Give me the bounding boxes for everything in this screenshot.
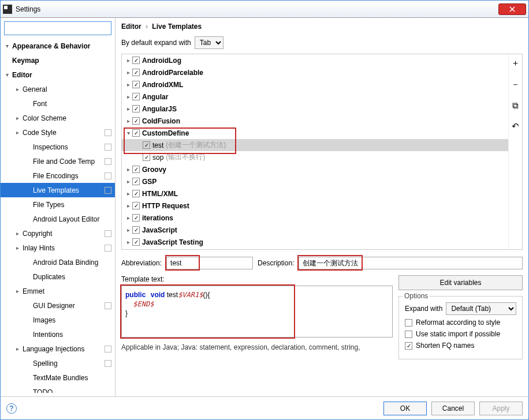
dialog-footer: ? OK Cancel Apply [1, 396, 528, 419]
reformat-label: Reformat according to style [416, 318, 500, 327]
sidebar-item-label: Duplicates [32, 273, 65, 281]
close-icon [509, 6, 515, 12]
expand-with-select[interactable]: Tab [195, 36, 223, 49]
abbreviation-label: Abbreviation: [121, 259, 162, 267]
shorten-fq-checkbox[interactable]: ✓ [405, 342, 412, 350]
template-item-sop[interactable]: ✓sop(输出不换行) [122, 151, 508, 163]
template-group-label: JavaScript [142, 226, 177, 234]
search-input[interactable] [4, 21, 111, 35]
breadcrumb-editor[interactable]: Editor [121, 22, 141, 31]
sidebar-item-duplicates[interactable]: Duplicates [1, 269, 115, 284]
cancel-button[interactable]: Cancel [431, 402, 475, 415]
abbreviation-input[interactable] [166, 257, 253, 269]
template-group-http-request[interactable]: ▸✓HTTP Request [122, 200, 508, 212]
scope-badge-icon [105, 245, 111, 252]
template-text-editor[interactable]: public void test$VAR1$(){ $END$ } [121, 286, 393, 337]
template-checkbox[interactable]: ✓ [132, 69, 140, 76]
reformat-checkbox[interactable] [405, 319, 412, 327]
sidebar-item-gui-designer[interactable]: GUI Designer [1, 298, 115, 313]
template-checkbox[interactable]: ✓ [132, 214, 140, 222]
template-item-test[interactable]: ✓test(创建一个测试方法) [122, 139, 508, 151]
template-checkbox[interactable]: ✓ [132, 166, 140, 173]
undo-icon[interactable]: ↶ [512, 121, 519, 132]
template-checkbox[interactable]: ✓ [132, 129, 140, 137]
template-group-label: Groovy [142, 166, 166, 174]
template-checkbox[interactable]: ✓ [132, 81, 140, 88]
sidebar-item-font[interactable]: Font [1, 96, 115, 111]
templates-tree[interactable]: ▸✓AndroidLog▸✓AndroidParcelable▸✓Android… [122, 54, 508, 249]
ok-button[interactable]: OK [383, 402, 427, 415]
expand-arrow-icon: ▸ [124, 106, 132, 112]
sidebar-item-file-encodings[interactable]: File Encodings [1, 168, 115, 183]
template-group-customdefine[interactable]: ▾✓CustomDefine [122, 127, 508, 139]
sidebar-item-label: Appearance & Behavior [11, 42, 90, 50]
add-icon[interactable]: ＋ [511, 58, 520, 69]
template-group-gsp[interactable]: ▸✓GSP [122, 175, 508, 187]
template-checkbox[interactable]: ✓ [132, 57, 140, 64]
template-checkbox[interactable]: ✓ [132, 93, 140, 100]
copy-icon[interactable]: ⧉ [512, 100, 519, 111]
window-title: Settings [16, 5, 498, 13]
sidebar-item-intentions[interactable]: Intentions [1, 327, 115, 342]
scope-badge-icon [105, 172, 111, 179]
template-group-coldfusion[interactable]: ▸✓ColdFusion [122, 115, 508, 127]
settings-tree[interactable]: ▾Appearance & BehaviorKeymap▾Editor▸Gene… [1, 39, 115, 393]
template-group-angularjs[interactable]: ▸✓AngularJS [122, 103, 508, 115]
scope-badge-icon [105, 129, 111, 136]
sidebar-item-code-style[interactable]: ▸Code Style [1, 125, 115, 140]
sidebar-item-label: General [21, 85, 47, 93]
sidebar-item-label: Language Injections [21, 345, 84, 353]
sidebar-item-color-scheme[interactable]: ▸Color Scheme [1, 111, 115, 125]
template-group-androidxml[interactable]: ▸✓AndroidXML [122, 78, 508, 91]
template-group-label: HTML/XML [142, 190, 178, 198]
template-group-iterations[interactable]: ▸✓iterations [122, 212, 508, 224]
template-checkbox[interactable]: ✓ [132, 238, 140, 246]
sidebar-item-android-layout-editor[interactable]: Android Layout Editor [1, 212, 115, 226]
expand-arrow-icon: ▸ [124, 239, 132, 245]
close-button[interactable] [498, 3, 526, 15]
sidebar-item-label: Code Style [21, 129, 57, 137]
sidebar-item-emmet[interactable]: ▸Emmet [1, 284, 115, 298]
template-checkbox[interactable]: ✓ [132, 190, 140, 197]
template-group-javascript[interactable]: ▸✓JavaScript [122, 224, 508, 236]
template-group-groovy[interactable]: ▸✓Groovy [122, 163, 508, 175]
sidebar-item-inspections[interactable]: Inspections [1, 140, 115, 154]
remove-icon[interactable]: － [511, 79, 520, 90]
sidebar-item-inlay-hints[interactable]: ▸Inlay Hints [1, 241, 115, 255]
sidebar-item-editor[interactable]: ▾Editor [1, 68, 115, 82]
expand-with-opt-select[interactable]: Default (Tab) [446, 302, 516, 315]
template-group-html-xml[interactable]: ▸✓HTML/XML [122, 187, 508, 200]
sidebar-item-general[interactable]: ▸General [1, 82, 115, 96]
sidebar-item-android-data-binding[interactable]: Android Data Binding [1, 255, 115, 269]
sidebar-item-textmate-bundles[interactable]: TextMate Bundles [1, 370, 115, 385]
edit-variables-button[interactable]: Edit variables [398, 275, 523, 290]
template-checkbox[interactable]: ✓ [132, 178, 140, 185]
sidebar-item-appearance-behavior[interactable]: ▾Appearance & Behavior [1, 39, 115, 53]
template-group-javascript-testing[interactable]: ▸✓JavaScript Testing [122, 236, 508, 248]
template-checkbox[interactable]: ✓ [132, 105, 140, 112]
template-checkbox[interactable]: ✓ [132, 202, 140, 209]
sidebar-item-label: TODO [32, 388, 53, 393]
sidebar-item-spelling[interactable]: Spelling [1, 356, 115, 370]
expand-arrow-icon: ▸ [124, 190, 132, 197]
sidebar-item-todo[interactable]: TODO [1, 385, 115, 393]
template-checkbox[interactable]: ✓ [143, 153, 150, 161]
sidebar-item-images[interactable]: Images [1, 313, 115, 327]
apply-button[interactable]: Apply [479, 402, 523, 415]
sidebar-item-live-templates[interactable]: Live Templates [1, 183, 115, 197]
template-checkbox[interactable]: ✓ [132, 226, 140, 234]
help-button[interactable]: ? [6, 403, 17, 414]
sidebar-item-file-types[interactable]: File Types [1, 197, 115, 212]
templates-toolbar: ＋ － ⧉ ↶ [508, 54, 522, 249]
template-checkbox[interactable]: ✓ [132, 117, 140, 125]
description-input[interactable] [299, 257, 523, 269]
static-import-checkbox[interactable] [405, 331, 412, 338]
sidebar-item-language-injections[interactable]: ▸Language Injections [1, 342, 115, 356]
template-group-angular[interactable]: ▸✓Angular [122, 91, 508, 103]
sidebar-item-keymap[interactable]: Keymap [1, 53, 115, 68]
sidebar-item-copyright[interactable]: ▸Copyright [1, 226, 115, 241]
template-group-androidlog[interactable]: ▸✓AndroidLog [122, 54, 508, 66]
template-group-androidparcelable[interactable]: ▸✓AndroidParcelable [122, 66, 508, 78]
template-checkbox[interactable]: ✓ [143, 141, 150, 149]
sidebar-item-file-and-code-temp[interactable]: File and Code Temp [1, 154, 115, 168]
